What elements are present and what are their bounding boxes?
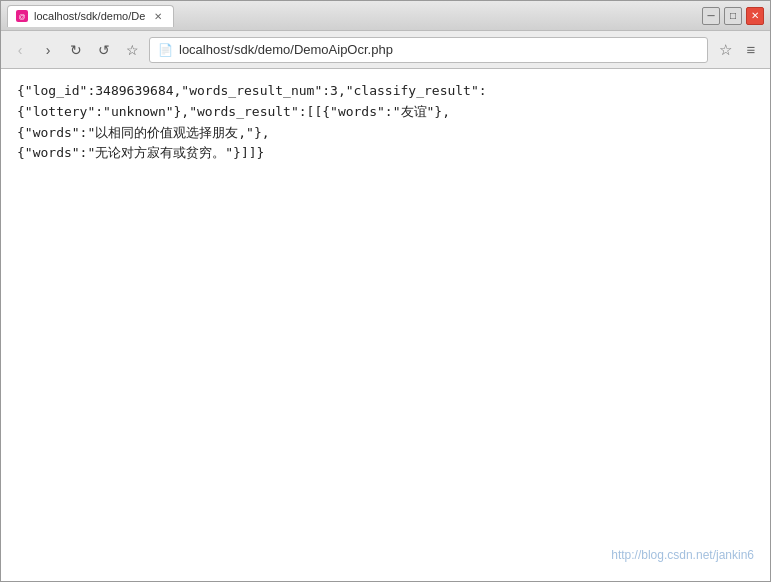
address-text: localhost/sdk/demo/DemoAipOcr.php bbox=[179, 42, 393, 57]
undo-icon: ↺ bbox=[98, 42, 110, 58]
tab-close-button[interactable]: ✕ bbox=[151, 9, 165, 23]
toolbar: ‹ › ↻ ↺ ☆ 📄 localhost/sdk/demo/DemoAipOc… bbox=[1, 31, 770, 69]
bookmark-icon: ☆ bbox=[126, 42, 139, 58]
star-icon: ☆ bbox=[719, 41, 732, 59]
forward-icon: › bbox=[46, 42, 51, 58]
toolbar-right: ☆ ≡ bbox=[714, 39, 762, 61]
minimize-button[interactable]: ─ bbox=[702, 7, 720, 25]
menu-icon: ≡ bbox=[747, 41, 756, 58]
refresh-icon: ↻ bbox=[70, 42, 82, 58]
address-bar[interactable]: 📄 localhost/sdk/demo/DemoAipOcr.php bbox=[149, 37, 708, 63]
bookmark-button[interactable]: ☆ bbox=[121, 39, 143, 61]
title-bar: @ localhost/sdk/demo/De ✕ ─ □ ✕ bbox=[1, 1, 770, 31]
tab-label: localhost/sdk/demo/De bbox=[34, 10, 145, 22]
active-tab[interactable]: @ localhost/sdk/demo/De ✕ bbox=[7, 5, 174, 27]
json-response: {"log_id":3489639684,"words_result_num":… bbox=[17, 81, 754, 164]
tab-favicon: @ bbox=[16, 10, 28, 22]
back-icon: ‹ bbox=[18, 42, 23, 58]
back-button[interactable]: ‹ bbox=[9, 39, 31, 61]
page-content: {"log_id":3489639684,"words_result_num":… bbox=[1, 69, 770, 581]
forward-button[interactable]: › bbox=[37, 39, 59, 61]
browser-window: @ localhost/sdk/demo/De ✕ ─ □ ✕ ‹ › ↻ ↺ … bbox=[0, 0, 771, 582]
window-controls: ─ □ ✕ bbox=[702, 7, 764, 25]
refresh-button[interactable]: ↻ bbox=[65, 39, 87, 61]
menu-button[interactable]: ≡ bbox=[740, 39, 762, 61]
maximize-button[interactable]: □ bbox=[724, 7, 742, 25]
close-button[interactable]: ✕ bbox=[746, 7, 764, 25]
tab-area: @ localhost/sdk/demo/De ✕ bbox=[7, 5, 702, 27]
page-icon: 📄 bbox=[158, 43, 173, 57]
favorites-button[interactable]: ☆ bbox=[714, 39, 736, 61]
undo-button[interactable]: ↺ bbox=[93, 39, 115, 61]
watermark: http://blog.csdn.net/jankin6 bbox=[611, 546, 754, 565]
